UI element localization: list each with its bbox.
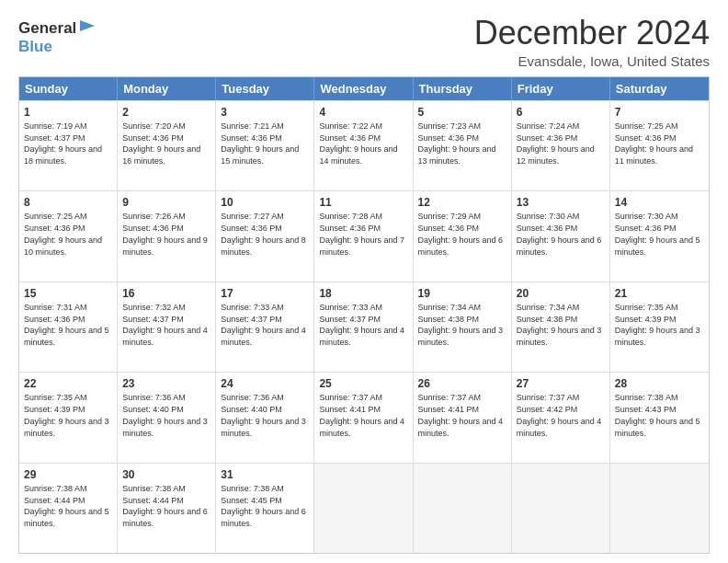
week-row-5: 29 Sunrise: 7:38 AMSunset: 4:44 PMDaylig… xyxy=(19,463,709,553)
cal-cell: 22 Sunrise: 7:35 AMSunset: 4:39 PMDaylig… xyxy=(19,373,118,462)
cal-cell: 30 Sunrise: 7:38 AMSunset: 4:44 PMDaylig… xyxy=(118,464,216,553)
cell-info: Sunrise: 7:33 AMSunset: 4:37 PMDaylight:… xyxy=(221,303,306,347)
week-row-1: 1 Sunrise: 7:19 AMSunset: 4:37 PMDayligh… xyxy=(19,100,709,190)
day-number: 9 xyxy=(122,195,210,210)
cell-info: Sunrise: 7:33 AMSunset: 4:37 PMDaylight:… xyxy=(319,303,404,347)
day-number: 3 xyxy=(221,105,309,120)
calendar: SundayMondayTuesdayWednesdayThursdayFrid… xyxy=(18,76,710,554)
cal-cell: 6 Sunrise: 7:24 AMSunset: 4:36 PMDayligh… xyxy=(512,101,610,190)
day-number: 14 xyxy=(615,195,704,210)
cal-cell: 11 Sunrise: 7:28 AMSunset: 4:36 PMDaylig… xyxy=(314,191,413,281)
cell-info: Sunrise: 7:31 AMSunset: 4:36 PMDaylight:… xyxy=(24,303,109,347)
cell-info: Sunrise: 7:38 AMSunset: 4:44 PMDaylight:… xyxy=(122,484,208,528)
cell-info: Sunrise: 7:37 AMSunset: 4:41 PMDaylight:… xyxy=(418,393,504,437)
cal-cell: 15 Sunrise: 7:31 AMSunset: 4:36 PMDaylig… xyxy=(19,282,118,372)
cell-info: Sunrise: 7:27 AMSunset: 4:36 PMDaylight:… xyxy=(221,212,306,256)
cal-cell: 8 Sunrise: 7:25 AMSunset: 4:36 PMDayligh… xyxy=(19,191,118,281)
day-number: 13 xyxy=(517,195,605,210)
logo-icon xyxy=(76,18,97,39)
week-row-2: 8 Sunrise: 7:25 AMSunset: 4:36 PMDayligh… xyxy=(19,190,709,281)
cell-info: Sunrise: 7:37 AMSunset: 4:42 PMDaylight:… xyxy=(517,393,602,437)
cal-cell: 25 Sunrise: 7:37 AMSunset: 4:41 PMDaylig… xyxy=(314,373,413,462)
cell-info: Sunrise: 7:29 AMSunset: 4:36 PMDaylight:… xyxy=(418,212,504,256)
cal-cell xyxy=(610,464,709,553)
day-number: 18 xyxy=(319,286,407,301)
header-cell-tuesday: Tuesday xyxy=(216,77,314,100)
day-number: 20 xyxy=(517,286,605,301)
cell-info: Sunrise: 7:38 AMSunset: 4:44 PMDaylight:… xyxy=(24,484,109,528)
header-cell-wednesday: Wednesday xyxy=(314,77,413,100)
day-number: 27 xyxy=(517,376,605,391)
cal-cell xyxy=(314,464,413,553)
cal-cell: 28 Sunrise: 7:38 AMSunset: 4:43 PMDaylig… xyxy=(610,373,709,462)
cal-cell: 21 Sunrise: 7:35 AMSunset: 4:39 PMDaylig… xyxy=(610,282,709,372)
cell-info: Sunrise: 7:35 AMSunset: 4:39 PMDaylight:… xyxy=(24,393,109,437)
cal-cell: 20 Sunrise: 7:34 AMSunset: 4:38 PMDaylig… xyxy=(512,282,610,372)
cal-cell: 17 Sunrise: 7:33 AMSunset: 4:37 PMDaylig… xyxy=(216,282,314,372)
month-title: December 2024 xyxy=(474,15,710,52)
day-number: 6 xyxy=(517,105,605,120)
cal-cell: 29 Sunrise: 7:38 AMSunset: 4:44 PMDaylig… xyxy=(19,464,118,553)
cell-info: Sunrise: 7:37 AMSunset: 4:41 PMDaylight:… xyxy=(319,393,404,437)
cal-cell: 13 Sunrise: 7:30 AMSunset: 4:36 PMDaylig… xyxy=(512,191,610,281)
cell-info: Sunrise: 7:22 AMSunset: 4:36 PMDaylight:… xyxy=(319,121,397,166)
cell-info: Sunrise: 7:38 AMSunset: 4:43 PMDaylight:… xyxy=(615,393,700,437)
cal-cell: 2 Sunrise: 7:20 AMSunset: 4:36 PMDayligh… xyxy=(118,101,216,190)
day-number: 21 xyxy=(615,286,704,301)
cal-cell xyxy=(414,464,512,553)
cell-info: Sunrise: 7:30 AMSunset: 4:36 PMDaylight:… xyxy=(615,212,700,256)
cal-cell: 9 Sunrise: 7:26 AMSunset: 4:36 PMDayligh… xyxy=(118,191,216,281)
cal-cell: 3 Sunrise: 7:21 AMSunset: 4:36 PMDayligh… xyxy=(216,101,314,190)
day-number: 1 xyxy=(24,105,112,120)
day-number: 22 xyxy=(24,376,112,391)
header-cell-saturday: Saturday xyxy=(610,77,709,100)
day-number: 8 xyxy=(24,195,112,210)
cell-info: Sunrise: 7:35 AMSunset: 4:39 PMDaylight:… xyxy=(615,303,700,347)
cal-cell: 19 Sunrise: 7:34 AMSunset: 4:38 PMDaylig… xyxy=(414,282,512,372)
header: General Blue December 2024 Evansdale, Io… xyxy=(18,15,710,69)
cal-cell: 14 Sunrise: 7:30 AMSunset: 4:36 PMDaylig… xyxy=(610,191,709,281)
cal-cell: 27 Sunrise: 7:37 AMSunset: 4:42 PMDaylig… xyxy=(512,373,610,462)
cell-info: Sunrise: 7:28 AMSunset: 4:36 PMDaylight:… xyxy=(319,212,404,256)
location: Evansdale, Iowa, United States xyxy=(474,53,710,69)
cell-info: Sunrise: 7:38 AMSunset: 4:45 PMDaylight:… xyxy=(221,484,306,528)
cal-cell: 7 Sunrise: 7:25 AMSunset: 4:36 PMDayligh… xyxy=(610,101,709,190)
day-number: 2 xyxy=(122,105,210,120)
header-cell-sunday: Sunday xyxy=(19,77,118,100)
header-cell-friday: Friday xyxy=(512,77,610,100)
header-cell-monday: Monday xyxy=(118,77,216,100)
cell-info: Sunrise: 7:30 AMSunset: 4:36 PMDaylight:… xyxy=(517,212,602,256)
week-row-4: 22 Sunrise: 7:35 AMSunset: 4:39 PMDaylig… xyxy=(19,372,709,462)
day-number: 25 xyxy=(319,376,407,391)
cal-cell: 26 Sunrise: 7:37 AMSunset: 4:41 PMDaylig… xyxy=(414,373,512,462)
day-number: 30 xyxy=(122,467,210,482)
page: General Blue December 2024 Evansdale, Io… xyxy=(0,0,728,563)
day-number: 16 xyxy=(122,286,210,301)
day-number: 29 xyxy=(24,467,112,482)
day-number: 19 xyxy=(418,286,506,301)
cal-cell: 12 Sunrise: 7:29 AMSunset: 4:36 PMDaylig… xyxy=(414,191,512,281)
cal-cell: 24 Sunrise: 7:36 AMSunset: 4:40 PMDaylig… xyxy=(216,373,314,462)
day-number: 5 xyxy=(418,105,506,120)
svg-marker-0 xyxy=(80,20,95,31)
cal-cell: 4 Sunrise: 7:22 AMSunset: 4:36 PMDayligh… xyxy=(314,101,413,190)
cal-cell xyxy=(512,464,610,553)
cell-info: Sunrise: 7:36 AMSunset: 4:40 PMDaylight:… xyxy=(122,393,208,437)
day-number: 12 xyxy=(418,195,506,210)
cal-cell: 18 Sunrise: 7:33 AMSunset: 4:37 PMDaylig… xyxy=(314,282,413,372)
day-number: 7 xyxy=(615,105,704,120)
day-number: 15 xyxy=(24,286,112,301)
day-number: 4 xyxy=(319,105,407,120)
cell-info: Sunrise: 7:25 AMSunset: 4:36 PMDaylight:… xyxy=(24,212,102,256)
header-cell-thursday: Thursday xyxy=(414,77,512,100)
day-number: 11 xyxy=(319,195,407,210)
cell-info: Sunrise: 7:24 AMSunset: 4:36 PMDaylight:… xyxy=(517,121,595,166)
cell-info: Sunrise: 7:23 AMSunset: 4:36 PMDaylight:… xyxy=(418,121,496,166)
cell-info: Sunrise: 7:34 AMSunset: 4:38 PMDaylight:… xyxy=(517,303,602,347)
cal-cell: 10 Sunrise: 7:27 AMSunset: 4:36 PMDaylig… xyxy=(216,191,314,281)
cal-cell: 23 Sunrise: 7:36 AMSunset: 4:40 PMDaylig… xyxy=(118,373,216,462)
cell-info: Sunrise: 7:36 AMSunset: 4:40 PMDaylight:… xyxy=(221,393,306,437)
title-block: December 2024 Evansdale, Iowa, United St… xyxy=(474,15,710,69)
cell-info: Sunrise: 7:19 AMSunset: 4:37 PMDaylight:… xyxy=(24,121,102,166)
cal-cell: 16 Sunrise: 7:32 AMSunset: 4:37 PMDaylig… xyxy=(118,282,216,372)
